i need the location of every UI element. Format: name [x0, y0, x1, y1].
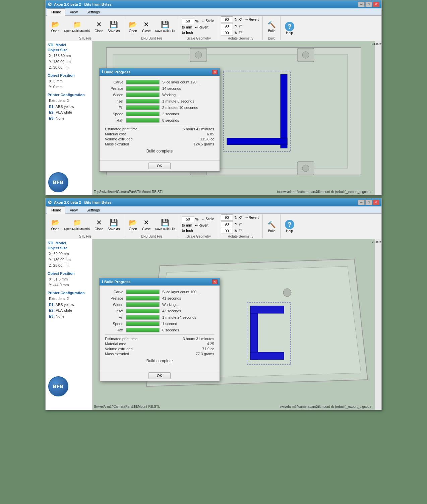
close-stl-button1[interactable]: ✕ Close: [93, 19, 105, 34]
revert-rotate-button1[interactable]: ↩ Revert: [244, 17, 260, 22]
open-stl-button2[interactable]: 📂 Open: [49, 217, 62, 232]
stl-model-title2: STL Model: [48, 241, 90, 245]
object-position-section2: Object Position X: 31.6 mm Y: -44.0 mm: [48, 271, 90, 288]
size-z1: Z: 30.00mm: [48, 65, 90, 71]
build-button1[interactable]: 🔨 Build: [265, 19, 278, 34]
divider2: [105, 334, 214, 335]
rotate-y-icon2: ↻: [234, 222, 237, 227]
carve-fill2: [126, 290, 159, 294]
rotate-group-label2: Rotate Geometry: [228, 235, 253, 238]
fill-fill1: [126, 106, 159, 110]
bfb-group-label1: BFB Build File: [141, 37, 162, 40]
close-bfb-button1[interactable]: ✕ Close: [140, 19, 153, 34]
maximize-button2[interactable]: □: [365, 200, 372, 205]
open-multi-button1[interactable]: 📁 Open Multi Material: [62, 19, 92, 34]
build-icon2: 🔨: [267, 220, 277, 229]
rotate-x-input2[interactable]: [221, 214, 233, 220]
open-bfb-button1[interactable]: 📂 Open: [127, 19, 139, 34]
printer-config-title2: Printer Configuration: [48, 291, 90, 295]
rotate-y-input1[interactable]: [221, 23, 233, 29]
open-multi-button2[interactable]: 📁 Open Multi Material: [62, 217, 92, 232]
scale-button1[interactable]: ↔ Scale: [200, 18, 216, 23]
inset-fill1: [126, 99, 159, 103]
tab-home2[interactable]: Home: [47, 206, 65, 214]
tab-settings2[interactable]: Settings: [82, 206, 104, 213]
tab-view2[interactable]: View: [65, 206, 82, 213]
bfb-text2: BFB: [53, 384, 64, 389]
dialog-overlay2: ℹ Build Progress ✕ Carve Slice layer cou…: [93, 239, 381, 410]
save-build-icon2: 💾: [161, 218, 170, 227]
ribbon-bfb-buttons1: 📂 Open ✕ Close 💾 Save Build File: [127, 16, 177, 36]
dialog-close-button2[interactable]: ✕: [212, 279, 218, 284]
build-button2[interactable]: 🔨 Build: [265, 219, 278, 234]
save-build-button1[interactable]: 💾 Save Build File: [154, 19, 177, 34]
viewport-bottom-left2: SwivelArm24CameraPan&TiltMount-RB.STL: [94, 405, 160, 408]
open-icon1: 📂: [51, 20, 60, 29]
help-button1[interactable]: ? Help: [283, 21, 296, 36]
object-size-title2: Object Size: [48, 246, 90, 250]
tab-view1[interactable]: View: [65, 8, 82, 15]
minimize-button2[interactable]: ─: [358, 200, 365, 205]
open-stl-button1[interactable]: 📂 Open: [49, 19, 62, 34]
viewport-bottom-right2: swivelarm24camerapan&tiltmount-rb (rebui…: [280, 405, 371, 408]
scale-value-input2[interactable]: [182, 216, 194, 222]
open-bfb-button2[interactable]: 📂 Open: [127, 217, 139, 232]
preface-bar1: [126, 86, 160, 91]
save-as-button1[interactable]: 💾 Save As: [106, 19, 122, 34]
e2-label1: E2: PLA white: [48, 110, 90, 116]
close-button1[interactable]: ✕: [373, 2, 379, 7]
rotate-z-row1: ↻ Z°: [221, 30, 242, 36]
titlebar-controls1: ─ □ ✕: [358, 2, 379, 7]
close-stl-button2[interactable]: ✕ Close: [93, 217, 105, 232]
progress-preface2: Preface 41 seconds: [105, 296, 214, 301]
dialog-close-button1[interactable]: ✕: [212, 70, 218, 74]
revert-scale-button2[interactable]: ↩ Revert: [193, 223, 210, 228]
dialog-title2: ℹ Build Progress: [102, 279, 130, 284]
printer-config-title1: Printer Configuration: [48, 93, 90, 97]
fill-bar2: [126, 315, 160, 320]
ribbon-stl-buttons2: 📂 Open 📁 Open Multi Material ✕ Close 💾 S…: [49, 214, 122, 234]
inset-bar2: [126, 309, 160, 313]
scale-button2[interactable]: ↔ Scale: [200, 216, 216, 222]
carve-text2: Slice layer count 100...: [162, 290, 214, 294]
info-print-time1: Estimated print time 5 hours 41 minutes: [105, 127, 214, 131]
ribbon-scale-content1: % ↔ Scale to mm ↩ Revert: [182, 16, 216, 36]
ok-button1[interactable]: OK: [148, 163, 171, 169]
close-button2[interactable]: ✕: [373, 200, 379, 205]
save-build-button2[interactable]: 💾 Save Build File: [154, 217, 177, 232]
carve-label2: Carve: [105, 290, 123, 294]
bfb-logo1: BFB: [48, 172, 68, 192]
object-position-title2: Object Position: [48, 271, 90, 275]
scale-value-input1[interactable]: [182, 18, 194, 24]
rotate-z-input1[interactable]: [221, 30, 233, 36]
open-bfb-icon1: 📂: [128, 20, 138, 29]
revert-rotate-button2[interactable]: ↩ Revert: [244, 215, 260, 220]
fill-label1: Fill: [105, 106, 123, 110]
ok-button2[interactable]: OK: [148, 372, 171, 379]
close-bfb-button2[interactable]: ✕ Close: [140, 217, 153, 232]
minimize-button1[interactable]: ─: [358, 2, 365, 7]
raft-bar1: [126, 118, 160, 123]
stl-model-section1: STL Model Object Size X: 168.50mm Y: 130…: [48, 43, 90, 71]
window1: ⚙ Axon 2.0 beta 2 - Bits from Bytes ─ □ …: [45, 0, 382, 195]
tab-settings1[interactable]: Settings: [82, 8, 104, 15]
raft-bar2: [126, 328, 160, 332]
maximize-button1[interactable]: □: [365, 2, 372, 7]
size-z2: Z: 25.00mm: [48, 263, 90, 269]
app-icon1: ⚙: [48, 2, 52, 7]
preface-fill2: [126, 296, 159, 300]
revert-scale-button1[interactable]: ↩ Revert: [193, 25, 210, 30]
open-multi-icon2: 📁: [72, 218, 82, 227]
size-y1: Y: 130.00mm: [48, 59, 90, 65]
rotate-z-input2[interactable]: [221, 228, 233, 234]
rotate-x-input1[interactable]: [221, 16, 233, 22]
ribbon-content2: 📂 Open 📁 Open Multi Material ✕ Close 💾 S…: [46, 214, 381, 239]
save-as-button2[interactable]: 💾 Save As: [106, 217, 122, 232]
viewport-bottom-left1: TopSwivelArm4CameraPan&TiltMount-RB.STL: [94, 190, 164, 194]
rotate-y-row2: ↻ Y°: [221, 221, 243, 227]
carve-bar1: [126, 80, 160, 84]
rotate-y-input2[interactable]: [221, 221, 233, 227]
tab-home1[interactable]: Home: [47, 8, 65, 16]
help-button2[interactable]: ? Help: [283, 219, 296, 234]
build-complete-text2: Build complete: [105, 359, 214, 363]
